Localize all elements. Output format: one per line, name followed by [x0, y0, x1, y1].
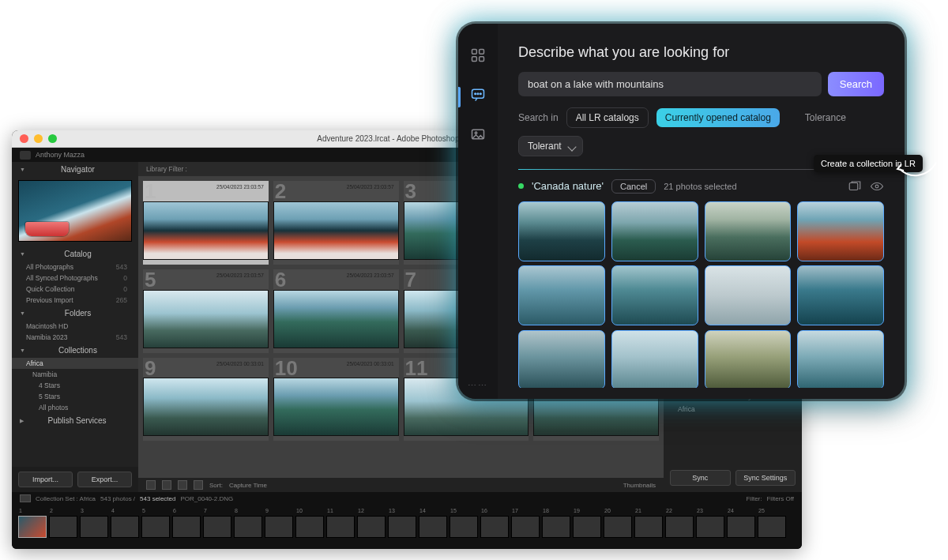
filmstrip-thumbs[interactable]: 1234567891011121314151617181920212223242…: [12, 505, 802, 549]
collection-item[interactable]: Namibia: [12, 369, 138, 380]
export-button[interactable]: Export...: [77, 472, 132, 487]
collection-item[interactable]: 4 Stars: [12, 380, 138, 391]
filmstrip-thumb[interactable]: 15: [450, 516, 478, 538]
filmstrip-thumb[interactable]: 11: [326, 516, 355, 538]
cancel-button[interactable]: Cancel: [611, 179, 656, 194]
filmstrip-thumb[interactable]: 18: [542, 516, 570, 538]
plugin-title: Describe what you are looking for: [518, 44, 884, 61]
filmstrip-thumb[interactable]: 14: [419, 516, 447, 538]
publish-header[interactable]: ▶ Publish Services: [12, 413, 138, 428]
result-thumb[interactable]: [797, 330, 884, 388]
second-window-icon[interactable]: [20, 494, 31, 502]
grid-cell[interactable]: 125/04/2023 23:03:57: [143, 181, 269, 265]
result-thumb[interactable]: [518, 201, 605, 261]
tolerance-select[interactable]: Tolerant: [518, 136, 583, 156]
filmstrip-thumb[interactable]: 19: [573, 516, 601, 538]
collections-label: Collections: [58, 346, 97, 355]
catalog-item[interactable]: Quick Collection0: [12, 284, 138, 295]
result-thumb[interactable]: [797, 265, 884, 325]
collection-item[interactable]: Africa: [12, 358, 138, 369]
svg-point-5: [475, 93, 476, 95]
grid-cell[interactable]: 1025/04/2023 00:33:01: [273, 358, 399, 442]
catalog-header[interactable]: ▼ Catalog: [12, 246, 138, 261]
svg-rect-2: [472, 57, 477, 62]
svg-point-6: [477, 93, 479, 95]
filmstrip-thumb[interactable]: 23: [696, 516, 724, 538]
folder-item[interactable]: Macintosh HD: [12, 321, 138, 332]
filmstrip-thumb[interactable]: 17: [511, 516, 540, 538]
folder-item[interactable]: Namibia 2023543: [12, 332, 138, 343]
grid-view-icon[interactable]: [146, 480, 156, 490]
export-collection-icon[interactable]: [848, 179, 862, 194]
grid-cell[interactable]: 225/04/2023 23:03:57: [273, 181, 399, 265]
result-thumb[interactable]: [611, 265, 698, 325]
result-thumb[interactable]: [518, 330, 605, 388]
filmstrip-thumb[interactable]: 3: [80, 516, 108, 538]
filmstrip-thumb[interactable]: 22: [665, 516, 694, 538]
search-input[interactable]: [518, 72, 822, 96]
tolerance-label: Tolerance: [805, 112, 846, 123]
filmstrip-thumb[interactable]: 2: [49, 516, 77, 538]
all-catalogs-pill[interactable]: All LR catalogs: [566, 107, 649, 128]
catalog-item[interactable]: Previous Import265: [12, 295, 138, 306]
filmstrip-thumb[interactable]: 16: [480, 516, 509, 538]
catalog-item[interactable]: All Photographs543: [12, 261, 138, 272]
folders-label: Folders: [65, 309, 91, 318]
filmstrip-thumb[interactable]: 9: [265, 516, 293, 538]
search-plugin-panel: ⋯⋯ Describe what you are looking for Sea…: [458, 24, 905, 399]
current-catalog-pill[interactable]: Currently opened catalog: [656, 108, 780, 127]
grid-cell[interactable]: 925/04/2023 00:33:01: [143, 358, 269, 442]
selection-count: 21 photos selected: [664, 182, 736, 191]
sync-settings-button[interactable]: Sync Settings: [735, 470, 796, 486]
grid-icon[interactable]: [467, 44, 489, 66]
navigator-preview[interactable]: [18, 180, 132, 242]
filmstrip-thumb[interactable]: 10: [295, 516, 324, 538]
import-button[interactable]: Import...: [18, 472, 73, 487]
drag-handle-icon[interactable]: ⋯⋯: [468, 381, 488, 391]
filmstrip-thumb[interactable]: 13: [388, 516, 416, 538]
compare-view-icon[interactable]: [178, 480, 187, 490]
filmstrip-thumb[interactable]: 8: [234, 516, 262, 538]
result-thumb[interactable]: [797, 201, 884, 261]
left-panel: ▼ Navigator ▼ Catalog All Photographs543…: [12, 162, 138, 492]
collection-item[interactable]: All photos: [12, 402, 138, 413]
survey-view-icon[interactable]: [194, 480, 203, 490]
filmstrip-thumb[interactable]: 5: [141, 516, 170, 538]
result-thumb[interactable]: [611, 330, 698, 388]
filmstrip-thumb[interactable]: 12: [357, 516, 386, 538]
disclosure-icon: ▼: [20, 251, 25, 257]
result-thumb[interactable]: [705, 265, 792, 325]
filmstrip-thumb[interactable]: 7: [203, 516, 231, 538]
sort-label: Sort:: [209, 482, 223, 489]
disclosure-icon: ▼: [20, 348, 25, 353]
grid-cell[interactable]: 625/04/2023 23:03:57: [273, 269, 399, 353]
sort-value[interactable]: Capture Time: [229, 482, 267, 489]
catalog-item[interactable]: All Synced Photographs0: [12, 272, 138, 284]
sync-button[interactable]: Sync: [670, 470, 731, 486]
sidebar-active-indicator: [458, 87, 461, 107]
filmstrip-thumb[interactable]: 25: [758, 516, 786, 538]
loupe-view-icon[interactable]: [162, 480, 171, 490]
eye-icon[interactable]: [870, 179, 884, 194]
filmstrip-thumb[interactable]: 21: [634, 516, 663, 538]
collections-header[interactable]: ▼ Collections: [12, 343, 138, 358]
result-thumb[interactable]: [518, 265, 605, 325]
keyword-list-item[interactable]: Africa: [664, 404, 802, 415]
filmstrip-thumb[interactable]: 6: [172, 516, 201, 538]
filmstrip-thumb[interactable]: 20: [604, 516, 632, 538]
filmstrip-filter-off[interactable]: Filters Off: [766, 495, 794, 502]
navigator-header[interactable]: ▼ Navigator: [12, 162, 138, 177]
folders-header[interactable]: ▼ Folders: [12, 306, 138, 321]
search-button[interactable]: Search: [828, 72, 884, 96]
collection-item[interactable]: 5 Stars: [12, 391, 138, 402]
filmstrip-source[interactable]: Collection Set : Africa: [36, 495, 96, 502]
filmstrip-thumb[interactable]: 1: [18, 516, 47, 538]
filmstrip-thumb[interactable]: 4: [111, 516, 139, 538]
result-thumb[interactable]: [611, 201, 698, 261]
result-thumb[interactable]: [705, 201, 792, 261]
grid-cell[interactable]: 525/04/2023 23:03:57: [143, 269, 269, 353]
chat-search-icon[interactable]: [467, 84, 489, 106]
filmstrip-thumb[interactable]: 24: [727, 516, 755, 538]
image-icon[interactable]: [467, 123, 489, 145]
result-thumb[interactable]: [705, 330, 792, 388]
